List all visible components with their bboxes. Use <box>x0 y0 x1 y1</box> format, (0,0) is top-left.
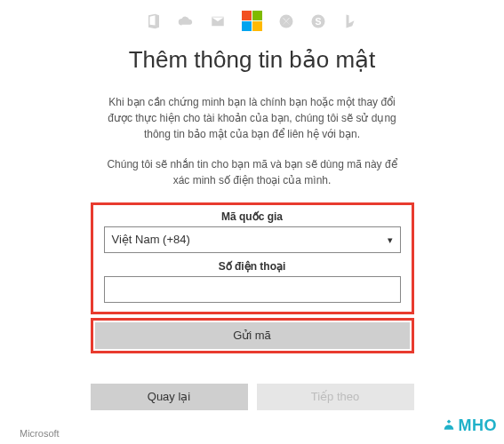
next-button: Tiếp theo <box>257 384 414 410</box>
page-title: Thêm thông tin bảo mật <box>66 45 439 75</box>
watermark: MHO <box>441 416 498 435</box>
intro-paragraph-2: Chúng tôi sẽ nhắn tin cho bạn mã và bạn … <box>66 156 439 188</box>
phone-number-input[interactable] <box>104 276 401 303</box>
outlook-icon <box>210 13 226 29</box>
bing-icon <box>342 13 358 29</box>
country-code-label: Mã quốc gia <box>104 210 401 223</box>
back-button[interactable]: Quay lại <box>91 384 248 410</box>
nav-buttons-row: Quay lại Tiếp theo <box>91 384 414 410</box>
phone-number-label: Số điện thoại <box>104 260 401 273</box>
skype-icon: S <box>310 13 326 29</box>
send-code-button[interactable]: Gửi mã <box>95 322 410 349</box>
footer-brand: Microsoft <box>20 428 60 439</box>
service-icons-row: S <box>66 11 439 31</box>
country-code-value: Việt Nam (+84) <box>112 233 190 246</box>
highlighted-send-button-wrap: Gửi mã <box>91 318 414 353</box>
watermark-text: MHO <box>459 416 498 435</box>
xbox-icon <box>278 13 294 29</box>
main-content: S Thêm thông tin bảo mật Khi bạn cần chứ… <box>66 0 439 410</box>
highlighted-form-block: Mã quốc gia Việt Nam (+84) Số điện thoại <box>91 202 414 314</box>
watermark-icon <box>441 418 457 434</box>
country-code-select[interactable]: Việt Nam (+84) <box>104 226 401 253</box>
onedrive-icon <box>178 13 194 29</box>
intro-paragraph-1: Khi bạn cần chứng minh bạn là chính bạn … <box>66 94 439 142</box>
office-icon <box>146 13 162 29</box>
microsoft-logo-icon <box>242 11 262 31</box>
svg-text:S: S <box>315 15 321 26</box>
